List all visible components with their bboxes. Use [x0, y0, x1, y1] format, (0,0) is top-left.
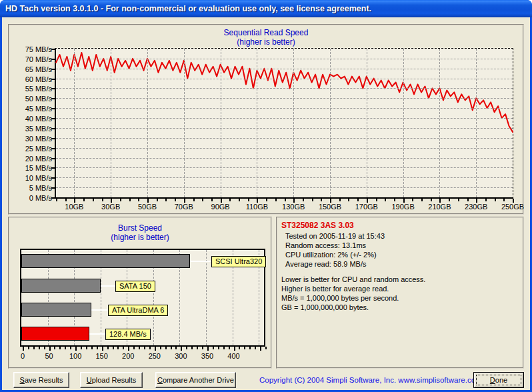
drive-model: ST325082 3AS 3.03	[281, 221, 354, 230]
x-tick-mark	[23, 347, 24, 351]
seq-chart-subtitle: (higher is better)	[9, 37, 523, 47]
x-tick-mark	[503, 199, 505, 201]
x-tick-label: 250GB	[496, 203, 529, 211]
v-gridline	[147, 49, 148, 197]
x-tick-mark	[165, 347, 167, 349]
burst-speed-chart: SCSI Ultra320SATA 150ATA UltraDMA 6128.4…	[20, 249, 265, 347]
x-tick-mark	[213, 347, 214, 349]
h-gridline	[56, 177, 513, 178]
seq-chart-title: Sequential Read Speed	[9, 28, 523, 37]
x-tick-mark	[138, 199, 139, 201]
compare-another-drive-button[interactable]: Compare Another Drive	[155, 372, 236, 388]
x-tick-mark	[207, 347, 209, 351]
x-tick-mark	[157, 199, 158, 201]
x-tick-label: 230GB	[459, 203, 493, 211]
x-tick-mark	[211, 199, 213, 201]
x-tick-mark	[376, 199, 377, 201]
sequential-read-chart	[55, 48, 513, 199]
x-tick-mark	[44, 347, 45, 349]
window-title: HD Tach version 3.0.1.0 - For non-commer…	[5, 0, 371, 17]
y-tick-label: 15 MB/s	[11, 164, 52, 172]
x-tick-mark	[175, 347, 177, 349]
x-tick-mark	[28, 347, 29, 349]
x-tick-mark	[449, 199, 450, 201]
x-tick-mark	[93, 199, 94, 201]
v-gridline	[439, 49, 440, 197]
x-tick-mark	[357, 199, 359, 201]
x-tick-mark	[218, 347, 219, 349]
upload-results-button[interactable]: Upload Results	[80, 372, 143, 388]
x-tick-mark	[348, 199, 349, 201]
x-tick-label: 350	[194, 352, 221, 360]
note-line: MB/s = 1,000,000 bytes per second.	[281, 294, 399, 302]
x-tick-mark	[97, 347, 98, 349]
x-tick-mark	[202, 199, 203, 201]
y-tick-label: 60 MB/s	[11, 75, 52, 83]
x-tick-label: 150	[89, 352, 115, 360]
x-tick-mark	[117, 347, 119, 349]
done-button[interactable]: Done	[473, 372, 524, 388]
y-tick-label: 0 MB/s	[11, 194, 52, 202]
x-tick-mark	[129, 199, 131, 201]
v-gridline	[403, 49, 404, 197]
y-tick-label: 40 MB/s	[11, 115, 52, 123]
h-gridline	[56, 118, 513, 119]
x-tick-mark	[202, 347, 203, 349]
y-tick-label: 35 MB/s	[11, 125, 52, 133]
save-results-button[interactable]: Save Results	[13, 372, 69, 388]
x-tick-mark	[186, 347, 187, 349]
bar-label: SATA 150	[115, 281, 155, 292]
v-gridline	[221, 49, 221, 197]
x-tick-mark	[249, 347, 251, 349]
x-tick-mark	[234, 347, 235, 351]
x-tick-mark	[54, 347, 55, 349]
burst-bar	[21, 254, 190, 268]
x-tick-mark	[239, 347, 240, 349]
callout-connector	[89, 333, 105, 335]
v-gridline	[111, 49, 111, 197]
v-gridline	[367, 49, 367, 197]
callout-connector	[91, 309, 108, 311]
v-gridline	[476, 49, 477, 197]
h-gridline	[56, 187, 513, 188]
x-tick-label: 190GB	[387, 203, 420, 211]
x-tick-label: 210GB	[423, 203, 456, 211]
x-tick-label: 90GB	[204, 203, 237, 211]
x-tick-mark	[33, 347, 35, 349]
x-tick-label: 300	[167, 352, 194, 360]
x-tick-mark	[81, 347, 82, 349]
h-gridline	[56, 128, 513, 129]
x-tick-label: 400	[221, 352, 247, 360]
x-tick-mark	[160, 347, 161, 349]
x-tick-mark	[155, 347, 156, 351]
y-tick-label: 30 MB/s	[11, 135, 52, 143]
x-tick-mark	[229, 199, 231, 201]
drive-info-panel: ST325082 3AS 3.03 Tested on 2005-11-19 a…	[276, 217, 524, 369]
x-tick-label: 130GB	[277, 203, 310, 211]
x-tick-mark	[495, 199, 496, 201]
burst-chart-title: Burst Speed	[9, 223, 271, 233]
x-tick-label: 250	[141, 352, 168, 360]
x-tick-mark	[165, 199, 167, 201]
h-gridline	[56, 88, 513, 89]
x-tick-label: 100	[62, 352, 89, 360]
x-tick-mark	[239, 199, 240, 201]
h-gridline	[56, 158, 513, 159]
x-tick-mark	[421, 199, 423, 201]
note-line: Lower is better for CPU and random acces…	[281, 275, 425, 283]
x-tick-mark	[144, 347, 145, 349]
x-tick-mark	[191, 347, 193, 349]
x-tick-mark	[244, 347, 245, 349]
x-tick-mark	[467, 199, 469, 201]
y-tick-label: 10 MB/s	[11, 174, 52, 182]
x-tick-label: 110GB	[240, 203, 273, 211]
y-tick-label: 75 MB/s	[11, 45, 52, 53]
x-tick-mark	[70, 347, 71, 349]
v-gridline	[293, 49, 294, 197]
x-tick-mark	[394, 199, 395, 201]
title-bar[interactable]: HD Tach version 3.0.1.0 - For non-commer…	[0, 0, 532, 17]
callout-connector	[101, 285, 115, 287]
client-area: Sequential Read Speed (higher is better)…	[2, 17, 530, 390]
h-gridline	[56, 167, 513, 168]
h-gridline	[56, 108, 513, 109]
